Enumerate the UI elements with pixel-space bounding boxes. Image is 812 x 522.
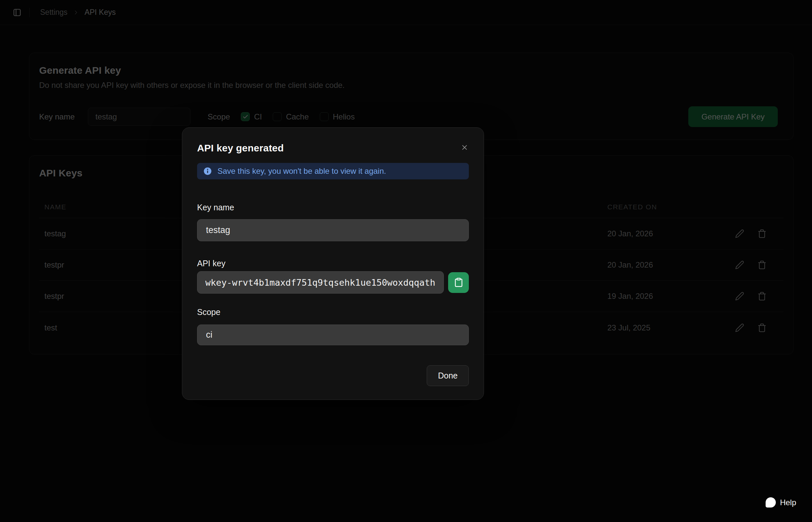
close-modal-button[interactable]: [460, 143, 469, 152]
save-key-warning-banner: Save this key, you won't be able to view…: [197, 163, 469, 179]
chat-bubble-icon: [766, 497, 776, 507]
modal-key-name-label: Key name: [197, 203, 469, 212]
modal-key-name-input[interactable]: [197, 219, 469, 241]
done-button[interactable]: Done: [427, 365, 469, 386]
modal-scope-label: Scope: [197, 308, 469, 316]
help-label: Help: [780, 498, 796, 507]
copy-api-key-button[interactable]: [448, 272, 469, 293]
modal-api-key-label: API key: [197, 259, 469, 267]
clipboard-icon: [454, 278, 463, 287]
modal-scope-input[interactable]: [197, 324, 469, 345]
close-icon: [461, 143, 469, 152]
help-widget[interactable]: Help: [766, 497, 796, 507]
modal-title: API key generated: [197, 142, 284, 154]
info-icon: [203, 167, 212, 176]
banner-text: Save this key, you won't be able to view…: [217, 166, 386, 176]
modal-api-key-input[interactable]: [197, 271, 444, 294]
api-key-generated-modal: API key generated Save this key, you won…: [182, 127, 484, 400]
